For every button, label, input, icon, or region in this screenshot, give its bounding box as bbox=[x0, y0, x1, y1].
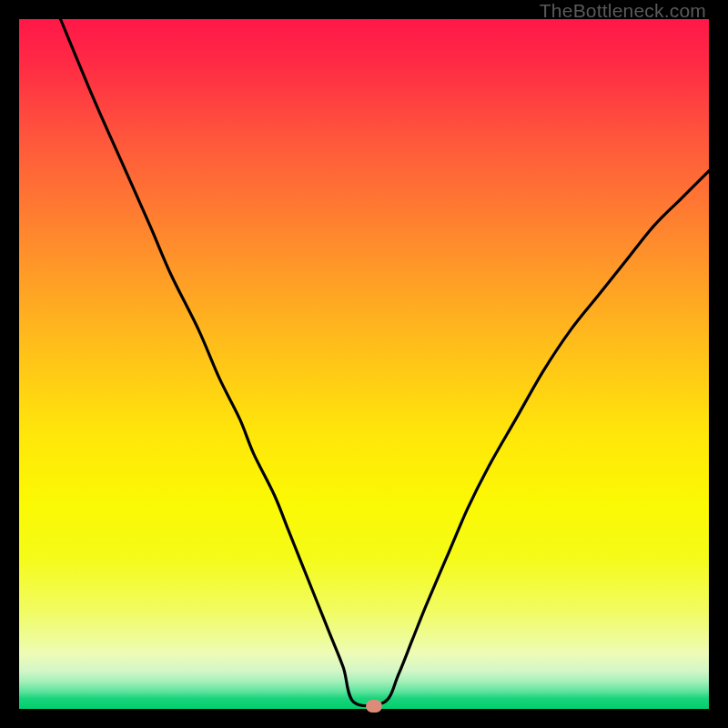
chart-frame: TheBottleneck.com bbox=[0, 0, 728, 728]
bottleneck-curve-path bbox=[60, 19, 709, 706]
optimum-marker bbox=[366, 700, 382, 713]
curve-svg bbox=[19, 19, 709, 709]
plot-area bbox=[19, 19, 709, 709]
